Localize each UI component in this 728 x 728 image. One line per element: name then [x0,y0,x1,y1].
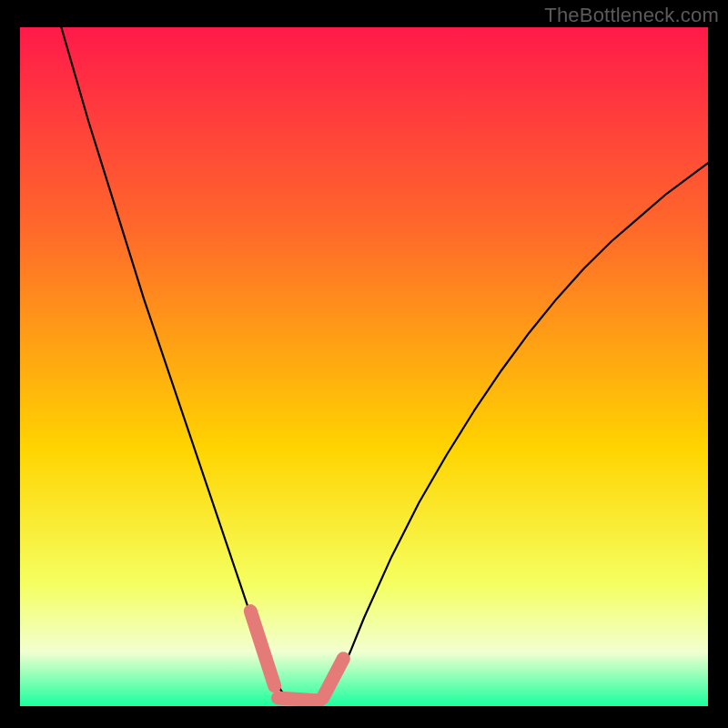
chart-svg [20,27,708,706]
gradient-background [20,27,708,706]
bottom-marker [278,698,319,701]
plot-area [20,27,708,706]
watermark-text: TheBottleneck.com [544,4,719,27]
chart-container: TheBottleneck.com [0,0,728,728]
